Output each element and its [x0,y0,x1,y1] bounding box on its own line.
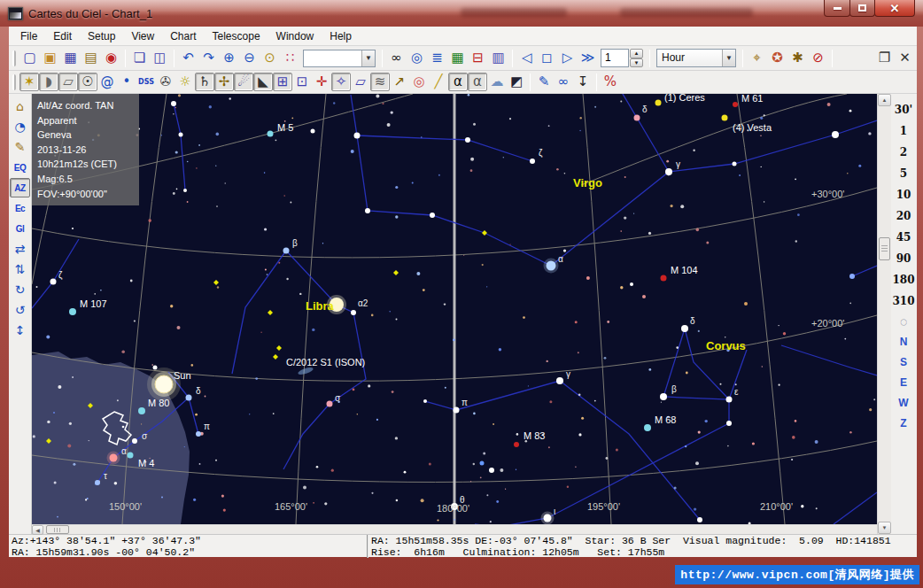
stars-trace-button[interactable]: ✢ [214,73,234,91]
search-object-button[interactable]: ∞ [386,49,407,68]
redo-button[interactable]: ↷ [198,49,219,68]
fov-180-button[interactable]: 180 [892,269,915,290]
maximize-button[interactable] [849,0,875,17]
menu-window[interactable]: Window [268,27,322,45]
vertical-scroll-thumb[interactable] [879,237,890,260]
milky-way-button[interactable]: ≋ [370,73,390,91]
direction-e-button[interactable]: E [893,372,914,392]
close-button[interactable]: ✕ [874,0,915,17]
scroll-up-button[interactable]: ▲ [878,94,891,106]
asteroids-trace-button[interactable]: ◣ [253,73,273,91]
planets-filter-button[interactable]: ☉ [78,73,97,91]
dss-images-button[interactable]: DSS [136,73,156,91]
direction-w-button[interactable]: W [893,392,914,413]
time-step-spinner-down-button[interactable]: ▼ [630,58,643,68]
lock-chart-button[interactable]: ↧ [573,73,593,91]
labels-toggle-button[interactable]: α [448,73,468,91]
fov-310-button[interactable]: 310 [892,290,915,312]
telescope-panel-button[interactable]: ⌖ [747,49,767,68]
fov-5-button[interactable]: 5 [892,163,915,184]
time-play-button[interactable]: ▷ [557,49,578,68]
object-pointer-button[interactable]: ↗ [390,73,409,91]
horizontal-scrollbar[interactable]: ◀ [32,524,877,534]
undo-button[interactable]: ↶ [178,49,198,68]
time-unit-dropdown[interactable]: Hour▼ [656,49,736,67]
coord-ecliptic-button[interactable]: Ec [10,198,30,218]
flip-horizontal-button[interactable]: ⇄ [10,239,30,259]
time-step-spinner-up-button[interactable]: ▲ [630,49,643,58]
observatory-setup-button[interactable]: ⌂ [10,97,30,116]
constellation-boundaries-button[interactable]: ▱ [351,73,370,91]
fov-10-button[interactable]: 10 [892,184,915,205]
title-bar[interactable]: Cartes du Ciel - Chart_1 ✕ [0,0,923,27]
coord-galactic-button[interactable]: Gl [10,219,30,238]
time-unit-dropdown-arrow-icon[interactable]: ▼ [722,50,735,66]
full-labels-button[interactable]: ☁ [487,73,507,91]
fov-45-button[interactable]: 45 [892,227,915,248]
time-fast-forward-button[interactable]: ≫ [578,49,598,68]
label-drag-button[interactable]: α [468,73,487,91]
object-search-combobox[interactable]: ▼ [303,50,376,67]
menu-chart[interactable]: Chart [162,27,204,45]
chart-restore-button[interactable]: ❐ [874,49,895,68]
zoom-out-button[interactable]: ⊖ [239,49,260,68]
proper-motion-button[interactable]: % [601,73,620,91]
chart-info-editor-button[interactable]: ✎ [534,73,554,91]
fov-circle-button[interactable]: ◎ [409,73,429,91]
flip-vertical-button[interactable]: ⇅ [10,259,30,279]
time-step-back-button[interactable]: ◁ [516,49,537,68]
new-chart-button[interactable]: ▢ [19,49,40,68]
date-time-setup-button[interactable]: ◔ [10,117,30,136]
telescope-config-button[interactable]: ✱ [787,49,808,68]
fov-1-button[interactable]: 1 [892,120,915,142]
chart-info-button[interactable]: ✎ [10,137,30,157]
pan-vertical-button[interactable]: ↕ [10,321,30,340]
scroll-down-button[interactable]: ▼ [878,522,891,534]
menu-help[interactable]: Help [322,27,360,45]
galaxies-filter-button[interactable]: @ [97,73,117,91]
background-image-button[interactable]: ✇ [156,73,175,91]
default-chart-button[interactable]: ◉ [101,49,121,68]
star-size-button[interactable]: ∷ [280,49,300,68]
coord-equatorial-button[interactable]: EQ [10,158,30,177]
calendar-button[interactable]: ▦ [447,49,468,68]
time-step-spinner[interactable]: 1▲▼ [601,49,643,67]
fov-2-button[interactable]: 2 [892,142,915,163]
open-chart-button[interactable]: ▣ [40,49,60,68]
stars-filter-button[interactable]: ✶ [19,73,39,91]
distance-measure-button[interactable]: ╱ [429,73,448,91]
menu-edit[interactable]: Edit [45,27,80,45]
menu-telescope[interactable]: Telescope [205,27,268,45]
vertical-scrollbar[interactable]: ▲ ▼ [877,94,891,534]
menu-setup[interactable]: Setup [80,27,123,45]
compass-rose-button[interactable]: ✛ [312,73,331,91]
scroll-left-button[interactable]: ◀ [32,525,43,535]
coord-altaz-button[interactable]: AZ [10,178,30,197]
chart-close-button[interactable]: ✕ [895,49,915,68]
planets-trace-button[interactable]: ♄ [195,73,214,91]
sky-chart-canvas[interactable]: M 5M 61M 104M 107M 80M 4M 83M 68(1) Cere… [32,94,877,524]
constellation-figures-button[interactable]: ✧ [331,73,351,91]
multi-window-button[interactable]: ◫ [150,49,170,68]
direction-z-button[interactable]: Z [893,413,914,433]
horizontal-scroll-thumb[interactable] [46,525,69,534]
rotate-cw-button[interactable]: ↻ [10,280,30,299]
grid-toggle-button[interactable]: ⊞ [273,73,292,91]
night-vision-button[interactable]: ◩ [507,73,526,91]
comets-trace-button[interactable]: ☄ [234,73,253,91]
chart-columns-button[interactable]: ▥ [488,49,508,68]
daylight-simulation-button[interactable]: ☼ [175,73,195,91]
menu-file[interactable]: File [12,27,45,45]
copy-chart-button[interactable]: ❏ [129,49,150,68]
object-list-button[interactable]: ≣ [427,49,447,68]
time-stop-button[interactable]: ◻ [537,49,557,68]
telescope-abort-button[interactable]: ⊘ [808,49,828,68]
save-chart-button[interactable]: ▦ [60,49,81,68]
time-step-spinner-value[interactable]: 1 [601,49,629,67]
sky-chart[interactable]: M 5M 61M 104M 107M 80M 4M 83M 68(1) Cere… [32,94,877,524]
ephemeris-calendar-button[interactable]: ⊟ [468,49,488,68]
search-position-button[interactable]: ◎ [407,49,427,68]
object-search-combobox-arrow-icon[interactable]: ▼ [361,50,375,66]
zoom-reset-button[interactable]: ⊙ [260,49,280,68]
fov-20-button[interactable]: 20 [892,205,915,227]
